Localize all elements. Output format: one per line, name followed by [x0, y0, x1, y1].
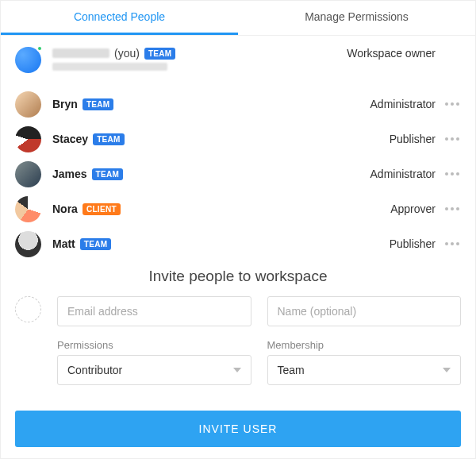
- membership-value: Team: [278, 364, 305, 376]
- avatar-placeholder-icon: [15, 296, 41, 322]
- permissions-select[interactable]: Contributor: [57, 355, 251, 385]
- chevron-down-icon: [443, 368, 451, 372]
- avatar: [15, 47, 41, 73]
- person-row: James TEAM Administrator: [1, 156, 475, 191]
- membership-badge: TEAM: [92, 168, 124, 180]
- membership-badge: TEAM: [93, 133, 125, 145]
- people-list: (you) TEAM Workspace owner Bryn TEAM Adm…: [1, 36, 475, 263]
- avatar: [15, 231, 41, 257]
- membership-badge: CLIENT: [83, 203, 121, 215]
- membership-badge: TEAM: [80, 238, 112, 250]
- permissions-value: Contributor: [67, 364, 122, 376]
- person-name: Stacey: [52, 133, 88, 145]
- email-field[interactable]: [57, 296, 251, 326]
- person-row: Bryn TEAM Administrator: [1, 87, 475, 122]
- person-row: Nora CLIENT Approver: [1, 191, 475, 226]
- membership-select[interactable]: Team: [267, 355, 462, 385]
- more-menu-icon[interactable]: [443, 102, 461, 106]
- person-name: Nora: [52, 202, 78, 215]
- online-indicator-icon: [36, 45, 43, 52]
- permissions-label: Permissions: [57, 339, 251, 351]
- role-label: Workspace owner: [347, 47, 436, 60]
- invite-section: Invite people to workspace Permissions C…: [1, 263, 475, 411]
- avatar: [15, 126, 41, 152]
- more-menu-icon[interactable]: [443, 242, 461, 245]
- person-row: Stacey TEAM Publisher: [1, 122, 475, 156]
- role-label: Administrator: [370, 168, 436, 180]
- role-label: Publisher: [390, 133, 436, 145]
- person-name: James: [52, 168, 87, 180]
- person-name: Matt: [52, 237, 75, 250]
- more-menu-icon[interactable]: [443, 172, 461, 176]
- more-menu-icon[interactable]: [443, 207, 461, 210]
- more-menu-icon[interactable]: [443, 137, 461, 141]
- person-row-you: (you) TEAM Workspace owner: [1, 42, 475, 87]
- membership-badge: TEAM: [144, 48, 176, 60]
- membership-badge: TEAM: [83, 98, 114, 110]
- tab-connected-people[interactable]: Connected People: [1, 1, 238, 35]
- membership-label: Membership: [267, 339, 462, 351]
- role-label: Administrator: [370, 98, 436, 110]
- invite-user-button[interactable]: INVITE USER: [15, 411, 461, 447]
- role-label: Approver: [390, 202, 436, 215]
- name-field[interactable]: [267, 296, 462, 326]
- avatar: [15, 196, 41, 222]
- name-block: (you) TEAM: [52, 47, 175, 71]
- person-row: Matt TEAM Publisher: [1, 226, 475, 261]
- avatar: [15, 161, 41, 187]
- chevron-down-icon: [233, 368, 241, 372]
- role-label: Publisher: [390, 237, 436, 250]
- tab-manage-permissions[interactable]: Manage Permissions: [238, 1, 475, 35]
- you-suffix: (you): [114, 47, 140, 60]
- avatar: [15, 91, 41, 118]
- tabs: Connected People Manage Permissions: [1, 1, 475, 36]
- invite-title: Invite people to workspace: [15, 268, 461, 285]
- redacted-name: [52, 48, 109, 58]
- redacted-email: [52, 63, 167, 71]
- person-name: Bryn: [52, 98, 78, 110]
